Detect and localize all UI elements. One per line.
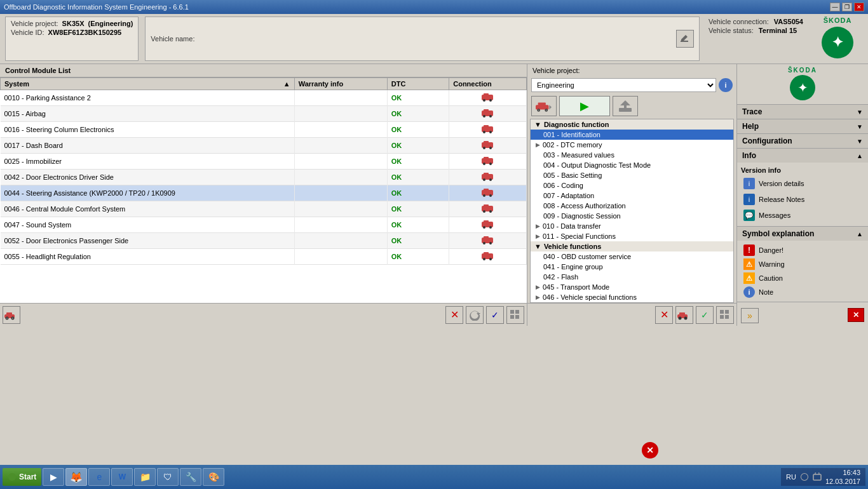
forward-button[interactable]: » bbox=[741, 308, 759, 323]
trace-section: Trace ▼ bbox=[737, 105, 868, 119]
table-row[interactable]: 0025 - Immobilizer OK bbox=[1, 154, 527, 170]
taskbar-ie-button[interactable]: e bbox=[88, 468, 110, 486]
delete-button[interactable]: ✕ bbox=[445, 306, 463, 324]
car-navigate-button[interactable] bbox=[531, 96, 557, 116]
vehicle-connection-value: VAS5054 bbox=[774, 18, 803, 25]
close-bottom-button[interactable]: ✕ bbox=[848, 308, 864, 322]
item-009-label: 009 - Diagnostic Session bbox=[543, 212, 621, 220]
grid-mid-button[interactable] bbox=[716, 306, 734, 324]
refresh-button[interactable] bbox=[466, 306, 484, 324]
error-indicator[interactable]: ✕ bbox=[642, 442, 658, 459]
taskbar-folder-button[interactable]: 📁 bbox=[134, 468, 156, 486]
taskbar-firefox-button[interactable]: 🦊 bbox=[65, 468, 87, 486]
version-details-button[interactable]: i Version details bbox=[741, 176, 864, 191]
tree-item-006[interactable]: 006 - Coding bbox=[531, 180, 733, 191]
tree-item-046[interactable]: ▶ 046 - Vehicle special functions bbox=[531, 292, 733, 302]
svg-point-24 bbox=[489, 178, 492, 181]
time-value: 16:43 bbox=[825, 468, 860, 477]
module-table[interactable]: System ▲ Warranty info DTC Connection 00… bbox=[0, 77, 527, 303]
svg-point-19 bbox=[483, 163, 485, 165]
table-row[interactable]: 0010 - Parking Assistance 2 OK bbox=[1, 90, 527, 106]
messages-label: Messages bbox=[759, 211, 790, 219]
tree-item-009[interactable]: 009 - Diagnostic Session bbox=[531, 211, 733, 221]
table-row[interactable]: 0047 - Sound System OK bbox=[1, 217, 527, 233]
symbol-header[interactable]: Symbol explanation ▲ bbox=[737, 227, 868, 241]
vehicle-project-select[interactable]: Engineering bbox=[531, 78, 716, 92]
svg-point-12 bbox=[489, 131, 492, 133]
project-info-button[interactable]: i bbox=[719, 78, 733, 92]
tree-item-001[interactable]: 001 - Identification bbox=[531, 130, 733, 140]
svg-point-32 bbox=[489, 210, 492, 213]
table-row[interactable]: 0052 - Door Electronics Passenger Side O… bbox=[1, 233, 527, 249]
taskbar-shield-button[interactable]: 🛡 bbox=[157, 468, 179, 486]
svg-point-28 bbox=[489, 194, 492, 197]
date-value: 12.03.2017 bbox=[825, 477, 860, 486]
help-label: Help bbox=[742, 122, 759, 131]
table-row[interactable]: 0042 - Door Electronics Driver Side OK bbox=[1, 170, 527, 185]
close-button[interactable]: ✕ bbox=[854, 3, 864, 11]
table-row[interactable]: 0017 - Dash Board OK bbox=[1, 138, 527, 154]
table-row[interactable]: 0015 - Airbag OK bbox=[1, 106, 527, 122]
play-button[interactable]: ▶ bbox=[559, 96, 610, 116]
release-notes-button[interactable]: i Release Notes bbox=[741, 192, 864, 207]
tree-item-005[interactable]: 005 - Basic Setting bbox=[531, 170, 733, 180]
info-header[interactable]: Info ▲ bbox=[737, 149, 868, 163]
edit-vehicle-button[interactable] bbox=[676, 30, 694, 48]
tree-item-010[interactable]: ▶ 010 - Data transfer bbox=[531, 221, 733, 231]
tree-item-042[interactable]: 042 - Flash bbox=[531, 272, 733, 282]
table-row[interactable]: 0044 - Steering Assistance (KWP2000 / TP… bbox=[1, 185, 527, 201]
tree-item-003[interactable]: 003 - Measured values bbox=[531, 150, 733, 160]
item-006-label: 006 - Coding bbox=[543, 182, 583, 189]
vehicle-project-value: SK35X bbox=[62, 20, 85, 27]
item-003-label: 003 - Measured values bbox=[543, 151, 614, 159]
tree-item-008[interactable]: 008 - Access Authorization bbox=[531, 201, 733, 211]
taskbar-word-button[interactable]: W bbox=[111, 468, 133, 486]
window-controls[interactable]: — ❐ ✕ bbox=[830, 3, 864, 11]
trace-header[interactable]: Trace ▼ bbox=[737, 105, 868, 119]
diag-tree[interactable]: ▼ Diagnostic function 001 - Identificati… bbox=[530, 119, 734, 303]
check-button[interactable]: ✓ bbox=[486, 306, 504, 324]
restore-button[interactable]: ❐ bbox=[842, 3, 852, 11]
svg-rect-51 bbox=[510, 310, 514, 314]
taskbar-media-button[interactable]: ▶ bbox=[43, 468, 64, 486]
config-header[interactable]: Configuration ▼ bbox=[737, 134, 868, 148]
grid-button[interactable] bbox=[506, 306, 524, 324]
car-mid-button[interactable] bbox=[675, 306, 693, 324]
svg-point-31 bbox=[483, 210, 485, 213]
system-table: System ▲ Warranty info DTC Connection 00… bbox=[0, 77, 527, 265]
taskbar-wrench-button[interactable]: 🔧 bbox=[180, 468, 201, 486]
svg-rect-46 bbox=[6, 312, 12, 316]
vehicle-functions-header[interactable]: ▼ Vehicle functions bbox=[531, 241, 733, 251]
table-row[interactable]: 0046 - Central Module Comfort System OK bbox=[1, 201, 527, 217]
messages-button[interactable]: 💬 Messages bbox=[741, 208, 864, 223]
taskbar-paint-button[interactable]: 🎨 bbox=[203, 468, 224, 486]
svg-rect-69 bbox=[725, 315, 729, 319]
item-042-label: 042 - Flash bbox=[543, 273, 578, 281]
mid-toolbar-group: ✕ ✓ bbox=[655, 306, 734, 324]
middle-panel: Vehicle project: Engineering i ▶ ▼ bbox=[527, 64, 737, 326]
car-back-button[interactable] bbox=[3, 306, 20, 324]
tree-item-041[interactable]: 041 - Engine group bbox=[531, 262, 733, 272]
col-system: System ▲ bbox=[1, 78, 295, 90]
cell-warranty bbox=[294, 217, 387, 233]
version-info-label: Version info bbox=[741, 165, 864, 175]
cell-connection bbox=[449, 201, 527, 217]
table-row[interactable]: 0055 - Headlight Regulation OK bbox=[1, 249, 527, 265]
vehicle-functions-section: ▼ Vehicle functions 040 - OBD customer s… bbox=[531, 241, 733, 302]
expand-011: ▶ bbox=[536, 233, 540, 239]
table-row[interactable]: 0016 - Steering Column Electronics OK bbox=[1, 122, 527, 138]
svg-point-11 bbox=[483, 131, 485, 133]
diagnostic-function-header[interactable]: ▼ Diagnostic function bbox=[531, 119, 733, 130]
minimize-button[interactable]: — bbox=[830, 3, 840, 11]
check-mid-button[interactable]: ✓ bbox=[696, 306, 714, 324]
delete-mid-button[interactable]: ✕ bbox=[655, 306, 673, 324]
tree-item-045[interactable]: ▶ 045 - Transport Mode bbox=[531, 282, 733, 292]
upload-button[interactable] bbox=[613, 96, 638, 116]
tree-item-002[interactable]: ▶ 002 - DTC memory bbox=[531, 140, 733, 150]
tree-item-007[interactable]: 007 - Adaptation bbox=[531, 191, 733, 201]
help-header[interactable]: Help ▼ bbox=[737, 119, 868, 133]
tree-item-004[interactable]: 004 - Output Diagnostic Test Mode bbox=[531, 160, 733, 170]
tree-item-011[interactable]: ▶ 011 - Special Functions bbox=[531, 231, 733, 241]
tree-item-040[interactable]: 040 - OBD customer service bbox=[531, 251, 733, 262]
start-button[interactable]: Start bbox=[3, 468, 41, 486]
